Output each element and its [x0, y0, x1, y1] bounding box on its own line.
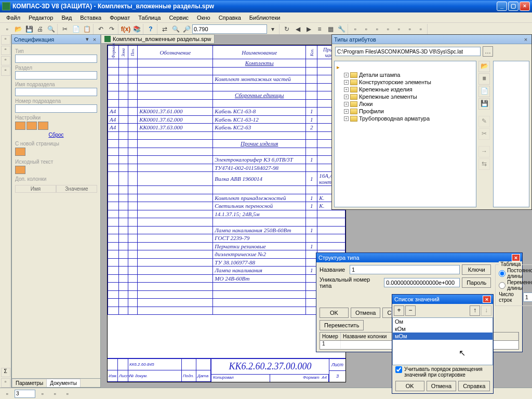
tb-icon[interactable]: ▫ — [372, 24, 382, 34]
tab-dokumenty[interactable]: Документы — [46, 379, 81, 387]
button-parol[interactable]: Пароль — [462, 277, 491, 288]
panel-close-icon[interactable]: × — [91, 36, 98, 43]
tree-item[interactable]: +Конструкторские элементы — [337, 78, 474, 86]
spec-row[interactable]: МО 24В-60Вт — [108, 274, 345, 283]
print-icon[interactable]: 🖨 — [35, 24, 45, 34]
struct-title[interactable]: Структура типа × — [316, 253, 522, 262]
menu-item[interactable]: Таблица — [134, 14, 165, 21]
arrow-icon[interactable]: ⇄ — [159, 24, 170, 34]
menu-item[interactable]: Сервис — [165, 14, 193, 21]
ltool[interactable]: ▫ — [1, 46, 10, 55]
input-razdel[interactable] — [15, 71, 97, 79]
value-option[interactable]: Ом — [393, 318, 493, 325]
spec-row[interactable]: Вилка ABB 1960014116А,4 конт — [108, 172, 345, 186]
struct-button[interactable]: OK — [320, 308, 349, 318]
spec-row[interactable]: Комплекты — [108, 59, 345, 68]
attr-tool-edit[interactable]: ✎ — [478, 116, 490, 127]
preview-icon[interactable]: 🔍 — [46, 24, 56, 34]
spec-row[interactable] — [108, 148, 345, 156]
status-icon[interactable]: ▫ — [62, 389, 73, 399]
spec-row[interactable]: диэлектрические №2 — [108, 250, 345, 259]
menu-item[interactable]: Библиотеки — [245, 14, 285, 21]
spec-row[interactable] — [108, 99, 345, 108]
nav-back-icon[interactable]: ◀ — [292, 24, 303, 34]
attr-tree[interactable]: ▸ +Детали штампа+Конструкторские элемент… — [334, 61, 476, 207]
swatch[interactable] — [26, 122, 37, 130]
menu-item[interactable]: Вставка — [76, 14, 105, 21]
attr-tool-next[interactable]: → — [478, 146, 490, 157]
tb-icon[interactable]: ▫ — [350, 24, 361, 34]
vals-ok[interactable]: OK — [395, 381, 424, 391]
input-tip[interactable] — [15, 55, 97, 63]
spec-row[interactable]: 14.1.37.15; 24В,5м — [108, 210, 345, 218]
spec-row[interactable] — [108, 218, 345, 227]
attr-tool-rev[interactable]: ⇆ — [478, 158, 490, 170]
spec-row[interactable] — [108, 299, 345, 307]
spec-row[interactable]: Комплект принадлежностей1К. — [108, 194, 345, 202]
ltool-sigma[interactable]: Σ — [1, 368, 10, 377]
vals-cancel[interactable]: Отмена — [427, 381, 456, 391]
attr-tool-list[interactable]: ≡ — [478, 73, 490, 85]
input-chislo[interactable] — [523, 292, 532, 302]
spec-row[interactable]: Перчатки резиновые1 — [108, 242, 345, 250]
browse-icon[interactable]: … — [483, 46, 493, 57]
attr-tool-cut[interactable]: ✂ — [478, 128, 490, 140]
grid-icon[interactable]: ▦ — [325, 24, 336, 34]
spec-row[interactable]: Светильник переносной1К. — [108, 202, 345, 210]
input-imya-podrazdel[interactable] — [15, 88, 97, 96]
menu-item[interactable]: Вид — [57, 14, 76, 21]
status-combo[interactable] — [15, 390, 35, 398]
ltool[interactable]: ▫ — [1, 56, 10, 65]
spec-row[interactable]: Сборочные единицы — [108, 91, 345, 100]
spec-row[interactable]: А4КК0001.37.62.000Кабель КС1-63-121 — [108, 115, 345, 124]
status-icon[interactable]: ▫ — [37, 389, 48, 399]
vals-help[interactable]: Справка — [458, 381, 490, 391]
swatch[interactable] — [15, 148, 25, 156]
check-sort-order[interactable] — [395, 366, 402, 373]
vals-up-icon[interactable]: ↑ — [470, 305, 480, 316]
spec-row[interactable]: Лампа накаливания 250В-60Вт1 — [108, 226, 345, 234]
tree-item[interactable]: +Детали штампа — [337, 71, 474, 78]
spec-row[interactable]: А4КК0001.37.61.000Кабель КС1-63-81 — [108, 108, 345, 116]
spec-row[interactable]: А4КК0001.37.63.000Кабель КС2-632 — [108, 124, 345, 132]
menu-item[interactable]: Файл — [2, 14, 24, 21]
swatch[interactable] — [15, 122, 25, 130]
menu-item[interactable]: Редактор — [24, 14, 57, 21]
value-option[interactable]: мОм — [393, 332, 493, 340]
zoom-combo[interactable] — [192, 24, 267, 34]
vals-down-icon[interactable]: ↓ — [481, 305, 491, 316]
panel-pin-icon[interactable]: ▾ — [84, 36, 91, 43]
vals-del-icon[interactable]: − — [405, 305, 416, 316]
attr-path-input[interactable] — [335, 47, 481, 56]
tb-icon[interactable]: ▫ — [405, 24, 415, 34]
chevron-down-icon[interactable]: ▾ — [268, 24, 278, 34]
spec-row[interactable]: Прочие изделия — [108, 140, 345, 148]
struct-button[interactable]: Переместить — [320, 320, 364, 330]
nav-fwd-icon[interactable]: ▶ — [303, 24, 314, 34]
tb-icon[interactable]: ▫ — [361, 24, 371, 34]
radio-post[interactable] — [499, 270, 506, 277]
menu-item[interactable]: Справка — [215, 14, 245, 21]
fx-icon[interactable]: f(x) — [121, 24, 131, 34]
paste-icon[interactable]: 📋 — [82, 24, 92, 34]
copy-icon[interactable]: 📄 — [71, 24, 81, 34]
tree-item[interactable]: +Крепежные элементы — [337, 93, 474, 100]
struct-button[interactable]: Отмена — [351, 308, 380, 318]
attr-close-icon[interactable]: × — [522, 36, 529, 43]
new-icon[interactable]: ▫ — [2, 24, 12, 34]
tool-icon[interactable]: 🔧 — [336, 24, 347, 34]
spec-row[interactable]: ГОСТ 2239-79 — [108, 234, 345, 243]
attr-tool-doc[interactable]: 📄 — [478, 86, 490, 97]
tree-item[interactable]: +Профили — [337, 108, 474, 115]
refresh-icon[interactable]: ↻ — [282, 24, 292, 34]
maximize-button[interactable]: ▢ — [508, 2, 518, 11]
tree-item[interactable]: +Люки — [337, 100, 474, 108]
tab-parametry[interactable]: Параметры — [12, 379, 47, 387]
spec-row[interactable] — [108, 83, 345, 91]
tree-item[interactable]: +Трубопроводная арматура — [337, 115, 474, 122]
spec-row[interactable] — [108, 283, 345, 291]
menu-item[interactable]: Формат — [105, 14, 134, 21]
help-icon[interactable]: ? — [145, 24, 156, 34]
struct-close-icon[interactable]: × — [512, 254, 520, 261]
swatch[interactable] — [38, 122, 48, 130]
